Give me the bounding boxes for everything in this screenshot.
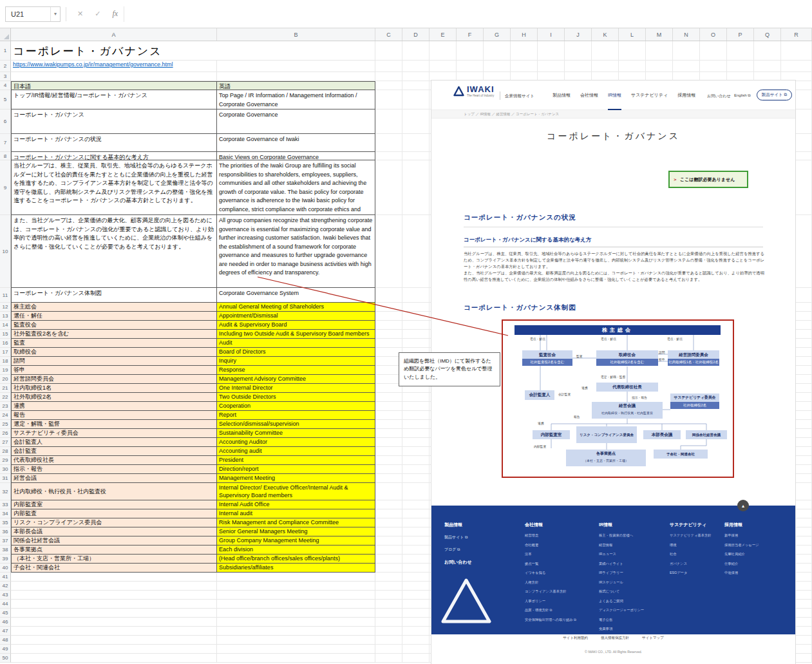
row-header-37[interactable]: 37	[0, 536, 11, 545]
cell-A41[interactable]	[11, 573, 217, 582]
cell-A5[interactable]: トップ/IR情報/経営情報/コーポレート・ガバナンス	[11, 90, 217, 109]
row-header-27[interactable]: 27	[0, 438, 11, 447]
row-header-15[interactable]: 15	[0, 330, 11, 339]
cell-D25[interactable]	[402, 420, 430, 429]
cell-A49[interactable]	[11, 645, 217, 654]
cell-E2[interactable]	[430, 61, 457, 72]
footer-bottom-link[interactable]: 個人情報保護方針	[601, 636, 629, 640]
cell-A17[interactable]: 取締役会	[11, 348, 217, 357]
formula-input[interactable]	[124, 6, 809, 22]
cell-B29[interactable]: President	[217, 456, 375, 465]
footer-link[interactable]: 採用担当者メッセージ	[724, 543, 789, 547]
cell-B19[interactable]: Response	[217, 366, 375, 375]
footer-link[interactable]: 沿革	[525, 552, 597, 556]
footer-link[interactable]: 人事ポリシー	[525, 599, 597, 603]
cell-C36[interactable]	[375, 527, 402, 536]
cell-A28[interactable]: 会計監査	[11, 447, 217, 456]
cell-C23[interactable]	[375, 402, 402, 411]
row-header-36[interactable]: 36	[0, 527, 11, 536]
nav-ir[interactable]: IR情報	[608, 81, 621, 110]
cell-G1[interactable]	[484, 41, 511, 61]
cell-A27[interactable]: 会計監査人	[11, 438, 217, 447]
footer-link[interactable]: ガバナンス	[670, 562, 725, 566]
cell-A8[interactable]: コーポレート・ガバナンスに関する基本的な考え方	[11, 152, 217, 160]
cell-A30[interactable]: 指示・報告	[11, 465, 217, 474]
column-header-A[interactable]: A	[11, 28, 217, 41]
row-header-5[interactable]: 5	[0, 90, 11, 109]
footer-link[interactable]: 電子公告	[599, 618, 667, 622]
enter-icon[interactable]: ✓	[89, 10, 106, 18]
cell-B1[interactable]	[217, 41, 375, 61]
cell-B45[interactable]	[217, 609, 375, 618]
cell-A13[interactable]: 選任・解任	[11, 312, 217, 321]
column-header-J[interactable]: J	[565, 28, 592, 41]
column-header-Q[interactable]: Q	[754, 28, 781, 41]
cell-H3[interactable]	[511, 72, 538, 81]
cell-D29[interactable]	[402, 456, 430, 465]
row-header-49[interactable]: 49	[0, 645, 11, 654]
cell-C48[interactable]	[375, 636, 402, 645]
cell-A1[interactable]: コーポレート・ガバナンス	[11, 41, 217, 61]
row-header-46[interactable]: 46	[0, 618, 11, 627]
row-header-38[interactable]: 38	[0, 545, 11, 555]
cell-A45[interactable]	[11, 609, 217, 618]
cell-C4[interactable]	[375, 81, 402, 90]
footer-bottom-link[interactable]: サイトマップ	[642, 636, 664, 640]
cell-D13[interactable]	[402, 312, 430, 321]
cell-A2[interactable]: https://www.iwakipumps.co.jp/ir/manageme…	[11, 61, 217, 72]
contact-link[interactable]: お問い合わせ	[707, 93, 731, 99]
row-header-9[interactable]: 9	[0, 160, 11, 215]
cell-A14[interactable]: 監査役会	[11, 321, 217, 330]
footer-link[interactable]: 人権方針	[525, 580, 597, 585]
nav-sustainability[interactable]: サステナビリティ	[631, 81, 668, 110]
column-header-F[interactable]: F	[457, 28, 484, 41]
footer-link[interactable]: 業績ハイライト	[599, 562, 667, 566]
cell-B27[interactable]: Accounting Auditor	[217, 438, 375, 447]
cell-D24[interactable]	[402, 411, 430, 420]
footer-column-title[interactable]: IR情報	[599, 522, 667, 528]
cell-O1[interactable]	[700, 41, 727, 61]
footer-column-title[interactable]: サステナビリティ	[670, 522, 725, 528]
row-header-3[interactable]: 3	[0, 72, 11, 81]
cell-B4[interactable]: 英語	[217, 81, 375, 90]
cell-B44[interactable]	[217, 600, 375, 609]
footer-link[interactable]: 株主・投資家の皆様へ	[599, 533, 667, 538]
footer-link[interactable]: IRライブラリー	[599, 571, 667, 575]
cell-B42[interactable]	[217, 582, 375, 591]
footer-column-title[interactable]: 採用情報	[724, 522, 789, 528]
cell-B14[interactable]: Audit & Supervisory Board	[217, 321, 375, 330]
cell-A6[interactable]: コーポレート・ガバナンス	[11, 109, 217, 134]
cell-D22[interactable]	[402, 393, 430, 402]
cell-I2[interactable]	[538, 61, 565, 72]
cell-C31[interactable]	[375, 474, 402, 483]
cell-E3[interactable]	[430, 72, 457, 81]
row-header-21[interactable]: 21	[0, 384, 11, 393]
product-site-button[interactable]: 製品サイト ⧉	[757, 90, 792, 100]
column-header-I[interactable]: I	[538, 28, 565, 41]
cell-D42[interactable]	[402, 582, 430, 591]
row-header-18[interactable]: 18	[0, 357, 11, 366]
column-header-R[interactable]: R	[781, 28, 812, 41]
cell-D8[interactable]	[402, 152, 430, 160]
cell-R2[interactable]	[781, 61, 812, 72]
cell-A7[interactable]: コーポレート・ガバナンスの状況	[11, 134, 217, 152]
cell-A33[interactable]: 内部監査室	[11, 500, 217, 509]
cell-R1[interactable]	[781, 41, 812, 61]
row-header-45[interactable]: 45	[0, 609, 11, 618]
row-header-20[interactable]: 20	[0, 375, 11, 384]
cell-C44[interactable]	[375, 600, 402, 609]
cell-G2[interactable]	[484, 61, 511, 72]
cell-O3[interactable]	[700, 72, 727, 81]
cell-D36[interactable]	[402, 527, 430, 536]
cell-J3[interactable]	[565, 72, 592, 81]
row-header-2[interactable]: 2	[0, 61, 11, 72]
footer-link[interactable]: 株式について	[599, 589, 667, 594]
footer-link[interactable]: ディスクロージャーポリシー	[599, 608, 667, 612]
cell-B26[interactable]: Sustainability Committee	[217, 429, 375, 438]
cell-D50[interactable]	[402, 654, 430, 663]
cell-C12[interactable]	[375, 303, 402, 312]
cell-J1[interactable]	[565, 41, 592, 61]
cell-B6[interactable]: Corporate Governance	[217, 109, 375, 134]
cell-D41[interactable]	[402, 573, 430, 582]
cell-D4[interactable]	[402, 81, 430, 90]
